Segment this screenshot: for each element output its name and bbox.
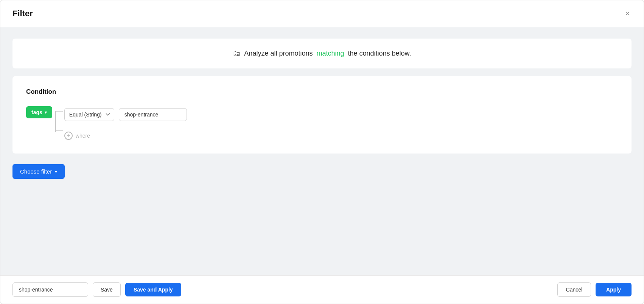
analyze-banner: 🗂 Analyze all promotions matching the co…	[12, 39, 632, 68]
save-and-apply-button[interactable]: Save and Apply	[125, 283, 181, 296]
operator-select[interactable]: Equal (String)	[64, 108, 114, 121]
add-where-button[interactable]: + where	[64, 132, 187, 140]
choose-filter-chevron-icon: ▾	[55, 169, 57, 174]
condition-title: Condition	[26, 88, 618, 96]
cancel-button[interactable]: Cancel	[557, 282, 591, 297]
save-button[interactable]: Save	[93, 282, 121, 297]
plus-circle-icon: +	[64, 132, 73, 140]
modal-title: Filter	[12, 9, 33, 19]
choose-filter-label: Choose filter	[20, 168, 52, 175]
filter-row: Equal (String)	[64, 108, 187, 121]
analyze-prefix: Analyze all promotions	[244, 50, 313, 57]
close-button[interactable]: ×	[624, 8, 632, 19]
tag-label: tags	[31, 109, 42, 115]
footer-right: Cancel Apply	[557, 282, 632, 297]
condition-card: Condition tags ▾	[12, 76, 632, 154]
tag-chevron-icon: ▾	[45, 110, 47, 115]
filter-name-input[interactable]	[12, 282, 88, 297]
footer-left: Save Save and Apply	[12, 282, 181, 297]
analyze-suffix: the conditions below.	[348, 50, 411, 57]
filter-value-input[interactable]	[119, 108, 187, 121]
condition-row: tags ▾	[26, 106, 52, 118]
where-label: where	[76, 133, 90, 139]
apply-button[interactable]: Apply	[596, 283, 632, 296]
modal-header: Filter ×	[0, 0, 644, 27]
choose-filter-button[interactable]: Choose filter ▾	[12, 164, 65, 179]
folder-icon: 🗂	[233, 49, 240, 58]
matching-text: matching	[316, 50, 344, 57]
tag-dropdown-button[interactable]: tags ▾	[26, 106, 52, 118]
modal-footer: Save Save and Apply Cancel Apply	[0, 275, 644, 304]
modal-body: 🗂 Analyze all promotions matching the co…	[0, 27, 644, 275]
filter-modal: Filter × 🗂 Analyze all promotions matchi…	[0, 0, 644, 304]
